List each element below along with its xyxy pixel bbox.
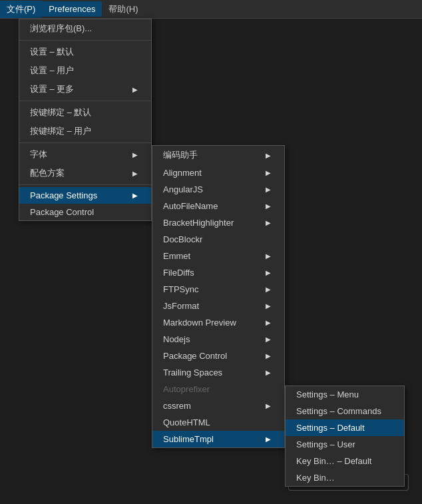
menu-help[interactable]: 帮助(H) — [102, 1, 144, 18]
menu-file[interactable]: 文件(P) — [0, 1, 42, 18]
menu-color-scheme[interactable]: 配色方案 ▶ — [19, 164, 151, 182]
arrow-icon: ▶ — [266, 286, 271, 293]
arrow-icon: ▶ — [266, 336, 271, 343]
menu-alignment[interactable]: Alignment ▶ — [152, 164, 284, 181]
menu-settings-default-sub[interactable]: Settings – Default — [286, 419, 404, 436]
arrow-icon: ▶ — [266, 186, 271, 193]
arrow-icon: ▶ — [266, 435, 271, 443]
menu-package-settings[interactable]: Package Settings ▶ — [19, 187, 151, 204]
separator-1 — [19, 40, 151, 41]
arrow-icon: ▶ — [266, 219, 271, 226]
arrow-icon: ▶ — [132, 151, 138, 158]
menu-jsformat[interactable]: JsFormat ▶ — [152, 298, 284, 314]
dropdown-package-settings: 编码助手 ▶ Alignment ▶ AngularJS ▶ AutoFileN… — [152, 145, 285, 448]
dropdown-subliметmpl: Settings – Menu Settings – Commands Sett… — [285, 385, 405, 487]
menubar: 文件(P) Preferences 帮助(H) — [0, 0, 422, 19]
menu-settings-default[interactable]: 设置 – 默认 — [19, 43, 151, 61]
arrow-icon: ▶ — [266, 169, 271, 176]
separator-4 — [19, 184, 151, 185]
menu-markdown-preview[interactable]: Markdown Preview ▶ — [152, 314, 284, 331]
menu-font[interactable]: 字体 ▶ — [19, 145, 151, 164]
menu-keybind-default-sub[interactable]: Key Bin… – Default — [286, 453, 404, 469]
menu-keybind-user[interactable]: 按键绑定 – 用户 — [19, 122, 151, 140]
menu-docblockr[interactable]: DocBlockr — [152, 231, 284, 248]
separator-3 — [19, 142, 151, 143]
menu-browse-packages[interactable]: 浏览程序包(B)... — [19, 19, 151, 38]
arrow-icon: ▶ — [132, 170, 138, 177]
arrow-icon: ▶ — [266, 269, 271, 276]
menu-angularjs[interactable]: AngularJS ▶ — [152, 181, 284, 198]
arrow-icon: ▶ — [266, 402, 271, 409]
menu-settings-user[interactable]: 设置 – 用户 — [19, 61, 151, 80]
arrow-icon: ▶ — [132, 192, 138, 199]
menu-ftpsync[interactable]: FTPSync ▶ — [152, 281, 284, 298]
menu-filediffs[interactable]: FileDiffs ▶ — [152, 264, 284, 281]
menu-quotehtml[interactable]: QuoteHTML — [152, 414, 284, 431]
menu-codecompletion[interactable]: 编码助手 ▶ — [152, 146, 284, 164]
separator-2 — [19, 101, 151, 101]
arrow-icon: ▶ — [132, 86, 138, 93]
arrow-icon: ▶ — [266, 252, 271, 260]
menu-keybind-default[interactable]: 按键绑定 – 默认 — [19, 103, 151, 122]
arrow-icon: ▶ — [266, 202, 271, 210]
menu-emmet[interactable]: Emmet ▶ — [152, 248, 284, 264]
arrow-icon: ▶ — [266, 302, 271, 310]
arrow-icon: ▶ — [266, 152, 271, 159]
menu-settings-menu[interactable]: Settings – Menu — [286, 386, 404, 403]
menu-preferences[interactable]: Preferences — [42, 1, 102, 17]
arrow-icon: ▶ — [266, 369, 271, 376]
menu-autoprefixer: Autoprefixer — [152, 381, 284, 397]
arrow-icon: ▶ — [266, 352, 271, 360]
menu-settings-user-sub[interactable]: Settings – User — [286, 436, 404, 453]
menu-trailing-spaces[interactable]: Trailing Spaces ▶ — [152, 364, 284, 381]
menu-autofilename[interactable]: AutoFileName ▶ — [152, 198, 284, 214]
menu-package-control-sub[interactable]: Package Control ▶ — [152, 348, 284, 364]
menu-subliметmpl[interactable]: SublimeTmpl ▶ — [152, 431, 284, 447]
menu-nodejs[interactable]: Nodejs ▶ — [152, 331, 284, 348]
arrow-icon: ▶ — [266, 319, 271, 326]
menu-settings-more[interactable]: 设置 – 更多 ▶ — [19, 80, 151, 99]
menu-package-control[interactable]: Package Control — [19, 204, 151, 220]
dropdown-preferences: 浏览程序包(B)... 设置 – 默认 设置 – 用户 设置 – 更多 ▶ 按键… — [19, 19, 152, 221]
menu-brackethighlighter[interactable]: BracketHighlighter ▶ — [152, 214, 284, 231]
menu-cssrem[interactable]: cssrem ▶ — [152, 397, 284, 414]
menu-keybind-user-sub[interactable]: Key Bin… — [286, 469, 404, 486]
menu-settings-commands[interactable]: Settings – Commands — [286, 403, 404, 419]
